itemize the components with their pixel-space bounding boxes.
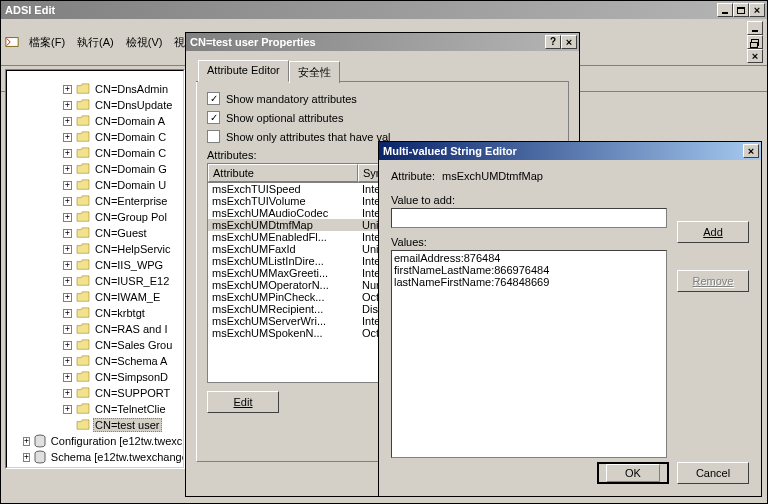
tree-node[interactable]: +CN=Domain C	[7, 145, 183, 161]
tree-node[interactable]: +CN=Sales Grou	[7, 337, 183, 353]
tree-node-label: CN=SUPPORT	[93, 387, 172, 399]
tree-node[interactable]: +CN=HelpServic	[7, 241, 183, 257]
expand-icon[interactable]: +	[23, 453, 30, 462]
menu-file[interactable]: 檔案(F)	[23, 33, 71, 52]
expand-icon[interactable]: +	[63, 149, 72, 158]
cell-attribute: msExchUMMaxGreeti...	[208, 267, 358, 279]
expand-icon[interactable]: +	[63, 341, 72, 350]
tree-node-label: CN=TelnetClie	[93, 403, 168, 415]
expand-icon[interactable]: +	[63, 101, 72, 110]
mveditor-ok-button[interactable]: OK	[597, 462, 669, 484]
menu-view[interactable]: 檢視(V)	[120, 33, 169, 52]
main-titlebar[interactable]: ADSI Edit ×	[1, 1, 767, 19]
checkbox-onlyvalues[interactable]	[207, 130, 220, 143]
attribute-value: msExchUMDtmfMap	[442, 170, 543, 182]
value-item[interactable]: emailAddress:876484	[394, 252, 664, 264]
expand-icon[interactable]: +	[63, 165, 72, 174]
props-help-button[interactable]: ?	[545, 35, 561, 49]
tree-node[interactable]: +CN=IUSR_E12	[7, 273, 183, 289]
expand-icon[interactable]: +	[63, 261, 72, 270]
tree-node-label: CN=Domain U	[93, 179, 168, 191]
tree-node[interactable]: +CN=IIS_WPG	[7, 257, 183, 273]
multivalued-editor-dialog: Multi-valued String Editor × Attribute: …	[378, 141, 762, 497]
expand-icon[interactable]: +	[63, 117, 72, 126]
tree-node[interactable]: +CN=Group Pol	[7, 209, 183, 225]
expand-icon[interactable]: +	[63, 293, 72, 302]
props-close-button[interactable]: ×	[561, 35, 577, 49]
mveditor-cancel-button[interactable]: Cancel	[677, 462, 749, 484]
tree-node[interactable]: +CN=SimpsonD	[7, 369, 183, 385]
cell-attribute: msExchUMOperatorN...	[208, 279, 358, 291]
tree-node-label: CN=DnsAdmin	[93, 83, 170, 95]
props-title: CN=test user Properties	[188, 36, 545, 48]
expand-icon[interactable]: +	[63, 181, 72, 190]
tree-node-label: CN=RAS and I	[93, 323, 169, 335]
remove-button[interactable]: Remove	[677, 270, 749, 292]
tree-node[interactable]: +CN=Enterprise	[7, 193, 183, 209]
expand-icon[interactable]: +	[63, 85, 72, 94]
close-button[interactable]: ×	[749, 3, 765, 17]
add-button[interactable]: Add	[677, 221, 749, 243]
value-to-add-label: Value to add:	[391, 194, 749, 206]
expand-icon[interactable]: +	[63, 389, 72, 398]
menu-action[interactable]: 執行(A)	[71, 33, 120, 52]
value-item[interactable]: lastNameFirstName:764848669	[394, 276, 664, 288]
tree-node[interactable]: +CN=Domain U	[7, 177, 183, 193]
tree-node-selected[interactable]: CN=test user	[7, 417, 183, 433]
expand-icon[interactable]: +	[63, 405, 72, 414]
tree-node-label: CN=IIS_WPG	[93, 259, 165, 271]
checkbox-mandatory[interactable]	[207, 92, 220, 105]
cell-attribute: msExchUMAudioCodec	[208, 207, 358, 219]
label-mandatory: Show mandatory attributes	[226, 93, 357, 105]
tree-node[interactable]: +CN=SUPPORT	[7, 385, 183, 401]
col-attribute[interactable]: Attribute	[208, 164, 358, 182]
edit-button[interactable]: Edit	[207, 391, 279, 413]
tree-node[interactable]: +CN=Schema A	[7, 353, 183, 369]
expand-icon[interactable]: +	[63, 357, 72, 366]
tree-node-label: CN=IUSR_E12	[93, 275, 171, 287]
expand-icon[interactable]: +	[23, 437, 30, 446]
expand-icon[interactable]: +	[63, 277, 72, 286]
tree-node[interactable]: +CN=IWAM_E	[7, 289, 183, 305]
expand-icon[interactable]: +	[63, 197, 72, 206]
cell-attribute: msExchUMSpokenN...	[208, 327, 358, 339]
tree-node[interactable]: +CN=Domain G	[7, 161, 183, 177]
tab-attribute-editor[interactable]: Attribute Editor	[198, 60, 289, 82]
mdi-restore[interactable]	[747, 35, 763, 49]
props-titlebar[interactable]: CN=test user Properties ? ×	[186, 33, 579, 51]
label-onlyvalues: Show only attributes that have val	[226, 131, 390, 143]
mdi-minimize[interactable]	[747, 21, 763, 35]
tree-node[interactable]: +CN=Guest	[7, 225, 183, 241]
maximize-button[interactable]	[733, 3, 749, 17]
value-to-add-input[interactable]	[391, 208, 667, 228]
minimize-button[interactable]	[717, 3, 733, 17]
tree-node[interactable]: +CN=TelnetClie	[7, 401, 183, 417]
mveditor-titlebar[interactable]: Multi-valued String Editor ×	[379, 142, 761, 160]
expand-icon[interactable]: +	[63, 309, 72, 318]
value-item[interactable]: firstNameLastName:866976484	[394, 264, 664, 276]
tree-node-label: CN=Enterprise	[93, 195, 169, 207]
expand-icon[interactable]: +	[63, 373, 72, 382]
tree-node[interactable]: +CN=DnsAdmin	[7, 81, 183, 97]
tab-security[interactable]: 安全性	[289, 61, 340, 83]
expand-icon[interactable]: +	[63, 229, 72, 238]
mveditor-close-button[interactable]: ×	[743, 144, 759, 158]
tree-node[interactable]: +CN=DnsUpdate	[7, 97, 183, 113]
cell-attribute: msExchUMEnabledFl...	[208, 231, 358, 243]
tree-node[interactable]: +CN=RAS and I	[7, 321, 183, 337]
expand-icon[interactable]: +	[63, 325, 72, 334]
tree-root-node[interactable]: +Schema [e12tw.twexchange	[7, 449, 183, 465]
expand-icon[interactable]: +	[63, 245, 72, 254]
expand-icon[interactable]: +	[63, 133, 72, 142]
tree-node-label: CN=Domain A	[93, 115, 167, 127]
expand-icon[interactable]: +	[63, 213, 72, 222]
main-title: ADSI Edit	[3, 4, 717, 16]
tree-root-node[interactable]: +Configuration [e12tw.twexc	[7, 433, 183, 449]
values-listbox[interactable]: emailAddress:876484firstNameLastName:866…	[391, 250, 667, 458]
tree-node[interactable]: +CN=Domain C	[7, 129, 183, 145]
checkbox-optional[interactable]	[207, 111, 220, 124]
tree-node[interactable]: +CN=Domain A	[7, 113, 183, 129]
tree-node[interactable]: +CN=krbtgt	[7, 305, 183, 321]
tree-node-label: CN=Domain C	[93, 147, 168, 159]
mdi-close[interactable]: ×	[747, 49, 763, 63]
